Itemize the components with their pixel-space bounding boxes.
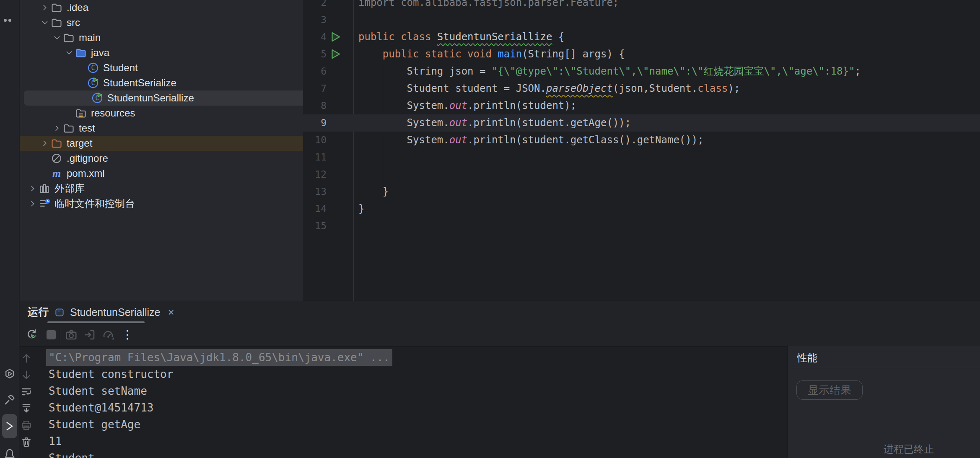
attach-debugger-icon[interactable] xyxy=(83,329,96,341)
editor-line-7: 7 Student student = JSON.parseObject(jso… xyxy=(303,80,980,97)
code-editor[interactable]: 2import com.alibaba.fastjson.parser.Feat… xyxy=(303,0,980,301)
line-number: 9 xyxy=(303,114,327,132)
tree-item-java[interactable]: java xyxy=(20,45,303,60)
tree-item-临时文件和控制台[interactable]: 临时文件和控制台 xyxy=(20,196,303,211)
run-panel-title: 运行 xyxy=(28,301,49,323)
chevron-right-icon[interactable] xyxy=(39,3,50,13)
line-number: 6 xyxy=(303,63,327,80)
editor-line-5: 5 public static void main(String[] args)… xyxy=(303,46,980,63)
tree-item-target[interactable]: target xyxy=(20,136,303,151)
scroll-to-end-icon[interactable] xyxy=(21,403,32,414)
editor-line-10: 10 System.out.println(student.getClass()… xyxy=(303,132,980,149)
run-tab-bar: 运行 StudentunSeriallize × xyxy=(20,301,980,323)
tree-item-label: main xyxy=(79,32,101,44)
stop-icon[interactable] xyxy=(45,329,57,341)
run-tool-window-icon[interactable] xyxy=(3,367,16,380)
folder-target-icon xyxy=(50,137,63,149)
code-text: } xyxy=(358,183,389,200)
code-text: System.out.println(student.getAge()); xyxy=(358,114,631,132)
down-stacktrace-icon[interactable] xyxy=(21,369,32,381)
tree-item-idea[interactable]: .idea xyxy=(20,0,303,15)
print-icon[interactable] xyxy=(21,419,32,431)
tree-item-外部库[interactable]: 外部库 xyxy=(20,181,303,196)
chevron-spacer xyxy=(39,153,50,163)
more-options-icon[interactable]: ⋮ xyxy=(121,329,134,341)
tree-item-label: StudentunSeriallize xyxy=(107,92,194,104)
folder-java-icon xyxy=(75,47,87,59)
run-toolbar: ⋮ xyxy=(20,323,980,347)
tree-item-resources[interactable]: resources xyxy=(20,106,303,121)
tree-item-gitignore[interactable]: .gitignore xyxy=(20,151,303,166)
chevron-right-icon[interactable] xyxy=(52,123,62,133)
tree-item-src[interactable]: src xyxy=(20,15,303,30)
terminal-tool-window-button[interactable] xyxy=(2,414,17,438)
library-icon xyxy=(38,183,51,194)
editor-line-15: 15 xyxy=(303,217,980,235)
more-tool-windows-icon[interactable] xyxy=(4,16,15,20)
tree-item-label: pom.xml xyxy=(67,168,105,179)
chevron-right-icon[interactable] xyxy=(27,184,38,194)
class-run-icon: C xyxy=(91,92,104,104)
run-line-icon[interactable] xyxy=(329,31,342,43)
tree-item-label: src xyxy=(67,17,80,28)
line-number: 3 xyxy=(303,11,327,28)
run-tab[interactable]: StudentunSeriallize × xyxy=(54,301,174,323)
chevron-down-icon[interactable] xyxy=(39,18,50,28)
tree-item-student[interactable]: CStudent xyxy=(20,60,303,75)
console[interactable]: "C:\Program Files\Java\jdk1.8.0_65\bin\j… xyxy=(20,347,788,458)
show-results-button[interactable]: 显示结果 xyxy=(796,380,863,400)
soft-wrap-icon[interactable] xyxy=(21,386,32,398)
chevron-spacer xyxy=(80,93,91,103)
editor-line-4: 4public class StudentunSeriallize { xyxy=(303,28,980,46)
rerun-icon[interactable] xyxy=(26,329,38,341)
run-line-icon[interactable] xyxy=(329,48,342,60)
folder-icon xyxy=(50,2,63,13)
editor-line-11: 11 xyxy=(303,149,980,166)
chevron-down-icon[interactable] xyxy=(52,33,62,43)
tree-item-test[interactable]: test xyxy=(20,121,303,136)
chevron-spacer xyxy=(76,63,87,73)
chevron-right-icon[interactable] xyxy=(27,199,38,209)
up-stacktrace-icon[interactable] xyxy=(21,352,32,364)
line-number: 15 xyxy=(303,217,327,235)
scratch-icon xyxy=(38,198,51,210)
performance-panel: 性能 显示结果 进程已终止 xyxy=(787,346,980,458)
line-number: 14 xyxy=(303,200,327,217)
build-hammer-icon[interactable] xyxy=(3,393,16,406)
notifications-bell-icon[interactable] xyxy=(3,448,16,458)
line-number: 10 xyxy=(303,132,327,149)
code-text: public static void main(String[] args) { xyxy=(358,46,625,63)
editor-line-6: 6 String json = "{\"@type\":\"Student\",… xyxy=(303,63,980,80)
line-number: 2 xyxy=(303,0,327,11)
project-tree: .ideasrcmainjavaCStudentCStudentSerializ… xyxy=(20,0,303,301)
close-tab-icon[interactable]: × xyxy=(168,306,174,319)
code-text: } xyxy=(358,200,364,217)
tree-item-label: .idea xyxy=(67,2,88,13)
console-line: "C:\Program Files\Java\jdk1.8.0_65\bin\j… xyxy=(49,349,392,366)
tree-item-studentunseriallize[interactable]: CStudentunSeriallize xyxy=(24,91,303,106)
code-text: import com.alibaba.fastjson.parser.Featu… xyxy=(358,0,619,11)
performance-panel-title: 性能 xyxy=(797,351,817,365)
clear-console-icon[interactable] xyxy=(21,436,32,448)
editor-line-8: 8 System.out.println(student); xyxy=(303,97,980,114)
run-tab-label: StudentunSeriallize xyxy=(70,306,160,318)
editor-line-9: 9 System.out.println(student.getAge()); xyxy=(303,114,980,132)
folder-icon xyxy=(50,17,63,28)
console-line: 11 xyxy=(49,433,392,450)
tree-item-label: resources xyxy=(91,107,135,119)
chevron-spacer xyxy=(39,168,50,179)
line-number: 11 xyxy=(303,149,327,166)
terminal-chevron-icon xyxy=(3,420,16,432)
tree-item-pom-xml[interactable]: mpom.xml xyxy=(20,166,303,181)
tree-item-label: 外部库 xyxy=(54,182,85,195)
screenshot-icon[interactable] xyxy=(65,329,78,341)
svg-text:C: C xyxy=(91,64,95,72)
editor-lines: 2import com.alibaba.fastjson.parser.Feat… xyxy=(303,0,980,235)
tree-item-studentserialize[interactable]: CStudentSerialize xyxy=(20,75,303,91)
editor-line-2: 2import com.alibaba.fastjson.parser.Feat… xyxy=(303,0,980,11)
tree-item-main[interactable]: main xyxy=(20,30,303,45)
chevron-down-icon[interactable] xyxy=(64,48,75,58)
folder-resources-icon xyxy=(75,107,87,119)
chevron-right-icon[interactable] xyxy=(39,138,50,148)
profiler-icon[interactable] xyxy=(102,329,114,341)
